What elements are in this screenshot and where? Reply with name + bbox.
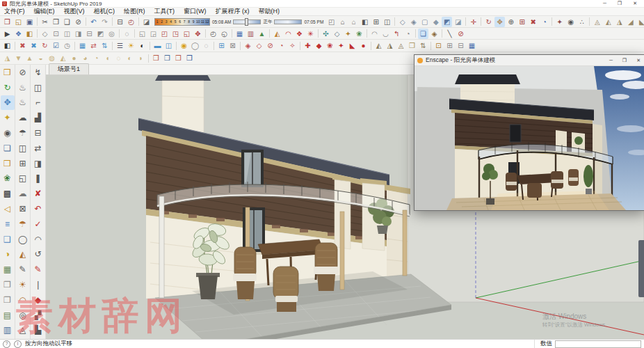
doc-2-button[interactable]: ❐: [1, 292, 15, 308]
bag-tool[interactable]: ◈: [429, 29, 440, 39]
key-button[interactable]: ✦: [1, 110, 15, 125]
red-flat-button[interactable]: ✚: [303, 40, 313, 51]
prism-tool[interactable]: ◭: [16, 247, 30, 262]
speaker-button[interactable]: ◁: [1, 201, 15, 216]
pan-blue-button[interactable]: ✥: [1, 95, 15, 111]
red-shield-button[interactable]: ◆: [314, 40, 324, 51]
cloud-frame-tool[interactable]: ☁: [16, 186, 30, 201]
paste-button[interactable]: ❑: [62, 17, 72, 27]
shape-cone-4[interactable]: ◭: [58, 53, 68, 63]
terrain-tool[interactable]: ◭: [272, 29, 282, 39]
cube-blue-1-button[interactable]: ❒: [162, 53, 172, 63]
window-b-tool[interactable]: ◫: [31, 80, 45, 95]
menu-extensions[interactable]: 扩展程序 (x): [216, 7, 250, 16]
menu-window[interactable]: 窗口(W): [184, 7, 207, 16]
view-front-button[interactable]: ◫: [62, 29, 72, 39]
view-back-button[interactable]: ⊟: [84, 29, 95, 39]
new-file-button[interactable]: ❒: [2, 17, 13, 27]
drape-tool[interactable]: ◣: [636, 17, 644, 27]
doc-1-button[interactable]: ❐: [1, 277, 15, 292]
gem-3-button[interactable]: ⊘: [265, 40, 275, 51]
rotate-tool[interactable]: ◳: [170, 29, 181, 39]
shield-tool[interactable]: ◇: [332, 29, 342, 39]
camera-button[interactable]: ◉: [1, 125, 15, 141]
spin-tool[interactable]: ↺: [31, 247, 45, 262]
month-slider[interactable]: 123456789101112: [154, 18, 210, 26]
tag-x-button[interactable]: ⊠: [227, 40, 238, 51]
lock-frame-tool[interactable]: ⊠: [16, 201, 30, 216]
enscape-title-bar[interactable]: Enscape - 阳光房单体建模 ─❐✕: [414, 55, 644, 66]
arch-tool[interactable]: ◠: [31, 232, 45, 247]
smoove-tool[interactable]: ◮: [614, 17, 625, 27]
flatten-tool[interactable]: ❏: [418, 29, 428, 39]
copy-button[interactable]: ❐: [51, 17, 61, 27]
shape-cone-3[interactable]: ▲: [24, 53, 35, 63]
lasso-tool[interactable]: ◌: [122, 29, 132, 39]
view-right-button[interactable]: ◨: [73, 29, 83, 39]
red-corner-button[interactable]: ◣: [347, 40, 357, 51]
pen-tool[interactable]: ✎: [31, 262, 45, 277]
delete-button[interactable]: ⊘: [73, 17, 83, 27]
timer-button[interactable]: ◷: [62, 40, 72, 51]
open-file-button[interactable]: ◱: [13, 17, 24, 27]
dice-1-button[interactable]: ⊡: [433, 40, 444, 51]
redo-button[interactable]: ↷: [99, 17, 110, 27]
physics-1-button[interactable]: ◭: [373, 40, 384, 51]
house-section-button[interactable]: ◫: [382, 17, 392, 27]
shape-sphere-2[interactable]: ◕: [80, 53, 90, 63]
menu-help[interactable]: 帮助(H): [259, 7, 280, 16]
scale-box-button[interactable]: ◱: [137, 29, 147, 39]
half-square-button[interactable]: ◧: [2, 40, 13, 51]
suapp-gear-button[interactable]: ✳: [305, 29, 316, 39]
style-xray-button[interactable]: ◇: [397, 17, 408, 27]
view-left-button[interactable]: ◩: [95, 29, 106, 39]
enscape-minimize-button[interactable]: ─: [609, 58, 613, 63]
zoom-window-tool[interactable]: ⊞: [517, 17, 527, 27]
sandbox-contours-tool[interactable]: ◬: [592, 17, 602, 27]
photo-blue-button[interactable]: ❏: [1, 141, 15, 156]
red-x-tool[interactable]: ✘: [31, 186, 45, 201]
flask-tool[interactable]: ✣: [321, 29, 331, 39]
qr-button[interactable]: ▩: [1, 186, 15, 201]
valve-tool[interactable]: ⊟: [31, 125, 45, 141]
menu-file[interactable]: 文件(F): [4, 7, 25, 16]
mixer-button[interactable]: ≡: [1, 216, 15, 232]
style-shaded-button[interactable]: ◆: [430, 17, 441, 27]
select-grid-button[interactable]: ▦: [77, 40, 88, 51]
curve-back-tool[interactable]: ↰: [392, 29, 402, 39]
list-button[interactable]: ☰: [115, 40, 125, 51]
suapp-logo-button[interactable]: ❖: [294, 29, 305, 39]
physics-2-button[interactable]: ◮: [385, 40, 395, 51]
column-tool[interactable]: ❚: [31, 171, 45, 187]
mound-tool[interactable]: ◬: [16, 323, 30, 338]
red-spark-button[interactable]: ✦: [336, 40, 346, 51]
push-pull-tool[interactable]: ◱: [182, 29, 192, 39]
shape-sphere-1[interactable]: ●: [69, 53, 79, 63]
blue-rect-button[interactable]: ▬: [152, 40, 163, 51]
stamp-tool[interactable]: ◢: [625, 17, 636, 27]
menu-edit[interactable]: 编辑(E): [34, 7, 55, 16]
pair-squares-button[interactable]: ⊞: [216, 40, 227, 51]
menu-view[interactable]: 视图(V): [64, 7, 85, 16]
physics-4-button[interactable]: ❐: [407, 40, 417, 51]
leaf-tool[interactable]: ❀: [354, 29, 364, 39]
move-tool[interactable]: ◰: [159, 29, 170, 39]
image-1-button[interactable]: ▦: [1, 262, 15, 277]
view-iso-button[interactable]: ◇: [40, 29, 50, 39]
style-monochrome-button[interactable]: ◪: [453, 17, 463, 27]
style-textured-button[interactable]: ◩: [442, 17, 452, 27]
gem-4-button[interactable]: ◔: [276, 40, 287, 51]
sync-button[interactable]: ↻: [40, 40, 50, 51]
walk-tool[interactable]: ∴: [577, 17, 587, 27]
collapsed-panel-strip[interactable]: [638, 240, 644, 297]
trash-red-button[interactable]: ✖: [17, 40, 28, 51]
brackets-button[interactable]: ◫: [163, 40, 174, 51]
tree-button[interactable]: ❀: [1, 171, 15, 187]
enscape-render-canvas[interactable]: [414, 66, 644, 210]
physics-5-button[interactable]: ⇅: [418, 40, 428, 51]
view-top-button[interactable]: ⊡: [51, 29, 61, 39]
moon-button[interactable]: ◑: [1, 247, 15, 262]
house-iso-button[interactable]: ◧: [360, 17, 370, 27]
layer-tool[interactable]: ◨: [31, 156, 45, 171]
sun-tool[interactable]: ☀: [16, 277, 30, 292]
